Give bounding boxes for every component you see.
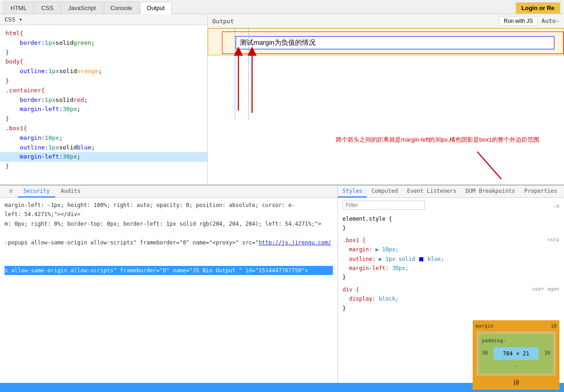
prop-name-display: display: [349, 296, 375, 302]
devtools-right-panel: Styles Computed Event Listeners DOM Brea… [338, 185, 564, 392]
top-tabs-bar: HTML CSS JavaScript Console Output Login… [0, 0, 564, 14]
prop-value-display: block; [379, 296, 398, 302]
div-rule-header: div { user agen [343, 285, 559, 294]
demo-text: 测试margin为负值的情况 [240, 38, 316, 46]
html-text: -popups allow-same-origin allow-scripts"… [5, 239, 258, 246]
css-panel-header[interactable]: CSS ▾ [0, 14, 207, 25]
code-text: ; [77, 105, 81, 114]
tab-javascript[interactable]: JavaScript [61, 2, 103, 14]
code-text: 10px [45, 133, 59, 143]
code-text: orange [77, 67, 99, 76]
box-model-content-row: 30 - 784 × 21 - 10 [482, 347, 550, 360]
tab-css[interactable]: CSS [34, 2, 60, 14]
tab-html[interactable]: HTML [4, 2, 33, 14]
code-text: 1px [45, 95, 55, 105]
prop-value-margin-left: 30px; [392, 265, 408, 271]
output-demo-area: 测试margin为负值的情况 [208, 28, 564, 179]
code-line-1: html{ [0, 29, 207, 38]
devtools-left-panel: n Security Audits margin-left: -1px; hei… [0, 185, 338, 392]
box1-prop-margin: margin: ▶ 10px; [343, 245, 559, 254]
editor-tabs: HTML CSS JavaScript Console Output [4, 2, 172, 14]
code-text: border: [5, 95, 45, 105]
content-size: 784 × 21 [494, 347, 538, 360]
code-text: ; [91, 38, 95, 48]
code-text: body{ [5, 57, 23, 67]
tab-n[interactable]: n [4, 185, 18, 197]
css-editor-panel: CSS ▾ html{ border: 1px solid green; } b… [0, 14, 208, 185]
bottom-selection-bar [0, 383, 337, 392]
html-line-8: s allow-same-origin allow-scripts" frame… [5, 266, 333, 275]
styles-tab-properties[interactable]: Properties [520, 185, 562, 197]
code-text: outline: [5, 143, 48, 153]
code-text: margin-left: [5, 105, 63, 114]
code-line-7: .container{ [0, 86, 207, 95]
html-text: margin-left: -1px; height: 100%; right: … [5, 202, 295, 208]
code-text: } [5, 48, 9, 58]
code-text: } [5, 76, 9, 86]
html-text: left: 54.4271%;"></div> [5, 211, 80, 217]
code-line-13: outline: 1px solid blue; [0, 143, 207, 153]
code-line-11: .box1{ [0, 124, 207, 133]
tab-output[interactable]: Output [140, 2, 172, 14]
div-source: user agen [532, 285, 559, 294]
styles-tab-styles[interactable]: Styles [338, 185, 367, 197]
tab-security[interactable]: Security [18, 185, 55, 197]
run-with-js-button[interactable]: Run with JS [499, 16, 538, 26]
code-text: solid [56, 38, 74, 48]
tab-audits[interactable]: Audits [55, 185, 86, 197]
padding-label: padding- [482, 337, 550, 345]
code-text: margin: [5, 133, 45, 143]
html-line-5: -popups allow-same-origin allow-scripts"… [5, 238, 333, 247]
prop-name-outline: outline: [349, 256, 375, 262]
code-line-3: } [0, 48, 207, 58]
html-text: m: 0px; right: 0%; border-top: 0px; bord… [5, 221, 322, 227]
filter-suffix: :h [553, 202, 559, 211]
styles-tab-computed[interactable]: Computed [367, 185, 402, 197]
code-text: green [74, 38, 91, 48]
code-text: } [5, 114, 9, 124]
padding-bottom-val: - [482, 362, 550, 371]
margin-right-val: 10 [544, 349, 550, 358]
code-text: border: [5, 38, 45, 48]
html-link-jirengu[interactable]: http://js.jirengu.com/ [258, 239, 331, 246]
margin-top-val: 10 [551, 322, 557, 331]
code-line-2: border: 1px solid green; [0, 38, 207, 48]
filter-row: :h [343, 201, 559, 212]
box1-prop-outline: outline: ▶ 1px solid blue; [343, 254, 559, 264]
code-text: ; [84, 95, 88, 105]
styles-filter-input[interactable] [343, 201, 425, 210]
demo-box1-inner: 测试margin为负值的情况 [236, 37, 554, 49]
element-style-rule: element.style { } [343, 214, 559, 233]
prop-value-blue: blue; [427, 256, 444, 262]
prop-value-outline: ▶ 1px solid [379, 256, 418, 262]
html-text: s allow-same-origin allow-scripts" frame… [5, 267, 308, 274]
demo-container-element: 测试margin为负值的情况 [222, 32, 564, 54]
styles-tab-dom-breakpoints[interactable]: DOM Breakpoints [461, 185, 520, 197]
styles-tab-event-listeners[interactable]: Event Listeners [402, 185, 461, 197]
dashed-line-right [248, 28, 249, 120]
element-style-selector: element.style { [343, 214, 559, 223]
code-text: red [74, 95, 84, 105]
code-text: solid [56, 95, 74, 105]
code-text: 30px [63, 105, 77, 114]
devtools-tabs: n Security Audits [0, 185, 337, 198]
login-button[interactable]: Login or Re [516, 2, 560, 14]
code-line-10: } [0, 114, 207, 124]
div-selector: div { [343, 285, 359, 294]
code-line-4: body{ [0, 57, 207, 67]
main-top-section: CSS ▾ html{ border: 1px solid green; } b… [0, 14, 564, 185]
box1-rule-close: } [343, 273, 559, 282]
code-text: ; [91, 143, 95, 153]
dash-left: - [490, 349, 493, 358]
code-line-5: outline: 1px solid orange; [0, 67, 207, 76]
code-text: ; [59, 133, 63, 143]
box-model-padding-layer: padding- 30 - 784 × 21 - 10 - [479, 334, 553, 373]
dash-right: - [539, 349, 543, 358]
code-line-9: margin-left:30px; [0, 105, 207, 114]
html-line-3: m: 0px; right: 0%; border-top: 0px; bord… [5, 219, 333, 228]
code-line-8: border: 1px solid red; [0, 95, 207, 105]
tab-console[interactable]: Console [104, 2, 139, 14]
element-style-close: } [343, 223, 559, 233]
html-line-9 [5, 275, 333, 284]
code-line-15: } [0, 162, 207, 171]
